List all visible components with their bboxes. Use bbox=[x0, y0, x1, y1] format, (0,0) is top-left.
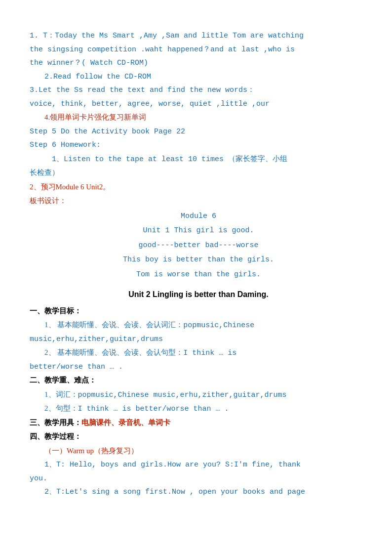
s2-text: 1、 基本能听懂、会说、会读、会认词汇：popmusic,Chinese bbox=[44, 321, 254, 329]
s11: 1、T: Hello, boys and girls.How are you? … bbox=[30, 459, 367, 471]
board-unit: Unit 1 This girl is good. bbox=[30, 224, 367, 237]
line-11: 长检查） bbox=[30, 167, 367, 180]
s12-text: you. bbox=[30, 474, 47, 483]
s5: better/worse than … . bbox=[30, 361, 367, 374]
line-2: the singsing competition .waht happened？… bbox=[30, 43, 367, 56]
line-1: 1. T：Today the Ms Smart ,Amy ,Sam and li… bbox=[30, 30, 367, 43]
s4: 2、 基本能听懂、会说、会读、会认句型：I think … is bbox=[30, 346, 367, 360]
text-2: the singsing competition .waht happened？… bbox=[30, 45, 295, 54]
board-text-4: This boy is better than the girls. bbox=[123, 256, 274, 264]
section3-title-text: 三、教学用具：电脑课件、录音机、单词卡 bbox=[30, 419, 170, 427]
section4-title: 四、教学过程： bbox=[30, 430, 367, 444]
text-5: 3.Let the Ss read the text and find the … bbox=[30, 86, 255, 94]
text-8: Step 5 Do the Activity book Page 22 bbox=[30, 128, 185, 136]
board-text-3: good----better bad----worse bbox=[138, 241, 258, 250]
s8-text: 2、句型：I think … is better/worse than … . bbox=[44, 404, 229, 412]
s2: 1、 基本能听懂、会说、会读、会认词汇：popmusic,Chinese bbox=[30, 319, 367, 332]
warm-up: （一）Warm up（热身复习） bbox=[30, 445, 367, 458]
s7-text: 1、词汇：popmusic,Chinese music,erhu,zither,… bbox=[44, 390, 287, 398]
s13-text: 2、T:Let's sing a song first.Now , open y… bbox=[44, 488, 305, 496]
board-tom: Tom is worse than the girls. bbox=[30, 268, 367, 281]
unit2-title-text: Unit 2 Lingling is better than Daming. bbox=[128, 290, 269, 299]
text-6: voice, think, better, agree, worse, quie… bbox=[30, 100, 270, 108]
text-1: 1. T：Today the Ms Smart ,Amy ,Sam and li… bbox=[30, 32, 304, 40]
unit2-title: Unit 2 Lingling is better than Daming. bbox=[30, 288, 367, 302]
text-11: 长检查） bbox=[30, 169, 59, 176]
warm-up-text: （一）Warm up（热身复习） bbox=[44, 447, 138, 455]
section2-title-text: 二、教学重、难点： bbox=[30, 376, 96, 384]
text-13: 板书设计： bbox=[30, 197, 67, 205]
s11-text: 1、T: Hello, boys and girls.How are you? … bbox=[44, 461, 301, 469]
line-8: Step 5 Do the Activity book Page 22 bbox=[30, 126, 367, 138]
board-text-2: Unit 1 This girl is good. bbox=[143, 226, 254, 235]
board-text-5: Tom is worse than the girls. bbox=[136, 270, 261, 279]
line-12: 2、预习Module 6 Unit2。 bbox=[30, 181, 367, 194]
section1-title-text: 一、教学目标： bbox=[30, 307, 81, 315]
section1-title: 一、教学目标： bbox=[30, 305, 367, 318]
s3: music,erhu,zither,guitar,drums bbox=[30, 333, 367, 346]
line-9: Step 6 Homework: bbox=[30, 139, 367, 152]
section4-title-text: 四、教学过程： bbox=[30, 432, 81, 440]
s8: 2、句型：I think … is better/worse than … . bbox=[30, 402, 367, 416]
section2-title: 二、教学重、难点： bbox=[30, 374, 367, 387]
section3-title: 三、教学用具：电脑课件、录音机、单词卡 bbox=[30, 417, 367, 430]
board-comparison: good----better bad----worse bbox=[30, 239, 367, 252]
s7: 1、词汇：popmusic,Chinese music,erhu,zither,… bbox=[30, 388, 367, 402]
line-5: 3.Let the Ss read the text and find the … bbox=[30, 84, 367, 97]
board-text-1: Module 6 bbox=[181, 212, 216, 220]
text-7: 4.领用单词卡片强化复习新单词 bbox=[44, 113, 146, 121]
text-3: the winner？( Watch CD-ROM) bbox=[30, 59, 148, 67]
text-4: 2.Read follow the CD-ROM bbox=[44, 73, 151, 81]
line-10: 1、Listen to the tape at least 10 times （… bbox=[30, 153, 367, 166]
text-9: Step 6 Homework: bbox=[30, 141, 101, 149]
line-4: 2.Read follow the CD-ROM bbox=[30, 71, 367, 84]
s3-text: music,erhu,zither,guitar,drums bbox=[30, 335, 163, 343]
s5-text: better/worse than … . bbox=[30, 363, 123, 371]
text-12: 2、预习Module 6 Unit2。 bbox=[30, 183, 110, 191]
line-3: the winner？( Watch CD-ROM) bbox=[30, 57, 367, 70]
line-13: 板书设计： bbox=[30, 195, 367, 208]
s13: 2、T:Let's sing a song first.Now , open y… bbox=[30, 486, 367, 499]
line-7: 4.领用单词卡片强化复习新单词 bbox=[30, 111, 367, 125]
main-content: 1. T：Today the Ms Smart ,Amy ,Sam and li… bbox=[30, 30, 367, 499]
s4-text: 2、 基本能听懂、会说、会读、会认句型：I think … is bbox=[44, 348, 236, 356]
board-module: Module 6 bbox=[30, 210, 367, 223]
line-6: voice, think, better, agree, worse, quie… bbox=[30, 98, 367, 111]
text-10: 1、Listen to the tape at least 10 times （… bbox=[52, 155, 287, 164]
board-this-boy: This boy is better than the girls. bbox=[30, 254, 367, 266]
s12: you. bbox=[30, 472, 367, 485]
